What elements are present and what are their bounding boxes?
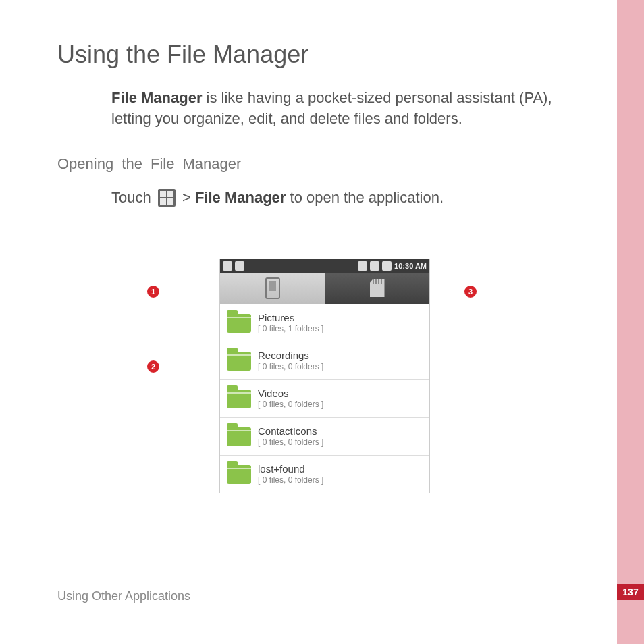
folder-name: Recordings <box>258 350 323 362</box>
intro-bold: File Manager <box>111 89 202 106</box>
callout-3: 3 <box>464 286 477 298</box>
footer-text: Using Other Applications <box>57 589 190 603</box>
folder-icon <box>227 390 251 408</box>
storage-tabs <box>220 273 429 304</box>
tab-phone-storage[interactable] <box>220 273 325 304</box>
clock: 10:30 AM <box>394 262 427 270</box>
folder-meta: [ 0 files, 1 folders ] <box>258 324 323 333</box>
touch-mid: > <box>182 189 195 206</box>
folder-name: Videos <box>258 387 323 400</box>
folder-name: lost+found <box>258 463 323 475</box>
folder-meta: [ 0 files, 0 folders ] <box>258 475 323 485</box>
folder-meta: [ 0 files, 0 folders ] <box>258 400 323 409</box>
folder-meta: [ 0 files, 0 folders ] <box>258 437 323 447</box>
list-item[interactable]: Pictures[ 0 files, 1 folders ] <box>220 304 429 342</box>
folder-icon <box>227 352 251 371</box>
page-number: 137 <box>617 584 644 600</box>
side-tab: 137 <box>617 0 644 644</box>
page-title: Using the File Manager <box>57 41 308 69</box>
callout-line <box>375 292 464 292</box>
phone-icon <box>265 277 280 299</box>
status-bar: 10:30 AM <box>220 259 429 273</box>
list-item[interactable]: Recordings[ 0 files, 0 folders ] <box>220 342 429 379</box>
callout-1: 1 <box>147 286 159 298</box>
usb-icon <box>223 261 232 271</box>
tab-sd-storage[interactable] <box>325 273 429 304</box>
folder-icon <box>227 427 251 446</box>
sdcard-icon <box>370 279 385 297</box>
touch-bold: File Manager <box>195 189 286 206</box>
intro-text: File Manager is like having a pocket-siz… <box>111 88 584 130</box>
touch-pre: Touch <box>111 189 155 206</box>
warning-icon <box>235 261 244 271</box>
callout-2: 2 <box>147 360 159 373</box>
signal-icon <box>370 261 379 271</box>
phone-screenshot: 10:30 AM Pictures[ 0 files, 1 folders ] … <box>219 259 430 493</box>
folder-name: ContactIcons <box>258 425 323 437</box>
list-item[interactable]: lost+found[ 0 files, 0 folders ] <box>220 455 429 493</box>
touch-post: to open the application. <box>290 189 444 206</box>
apps-grid-icon <box>158 189 176 207</box>
instruction-line: Touch > File Manager to open the applica… <box>111 189 444 207</box>
folder-icon <box>227 465 251 484</box>
list-item[interactable]: ContactIcons[ 0 files, 0 folders ] <box>220 417 429 455</box>
folder-icon <box>227 314 251 333</box>
callout-line <box>159 367 247 367</box>
list-item[interactable]: Videos[ 0 files, 0 folders ] <box>220 379 429 417</box>
battery-icon <box>382 261 392 271</box>
folder-meta: [ 0 files, 0 folders ] <box>258 362 323 371</box>
callout-line <box>159 292 270 292</box>
network-icon <box>358 261 367 271</box>
section-heading: Opening the File Manager <box>57 155 241 173</box>
folder-name: Pictures <box>258 312 323 324</box>
